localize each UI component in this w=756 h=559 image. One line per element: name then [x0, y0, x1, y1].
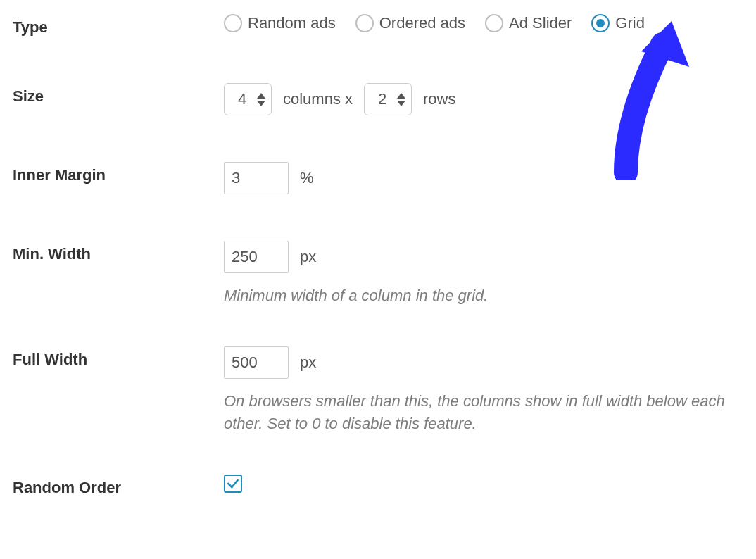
radio-label: Ad Slider — [509, 14, 572, 32]
radio-label: Ordered ads — [379, 14, 465, 32]
size-row: Size 4 columns x 2 rows — [13, 83, 743, 115]
type-row: Type Random ads Ordered ads Ad Slider Gr… — [13, 14, 743, 37]
inner-margin-unit: % — [300, 169, 314, 187]
type-radio-ad-slider[interactable]: Ad Slider — [485, 14, 572, 32]
columns-stepper[interactable]: 4 — [224, 83, 272, 115]
stepper-arrows-icon — [257, 93, 265, 106]
inner-margin-row: Inner Margin % — [13, 162, 743, 194]
stepper-arrows-icon — [397, 93, 405, 106]
full-width-input[interactable] — [224, 346, 289, 379]
rows-value: 2 — [373, 90, 391, 108]
min-width-unit: px — [300, 248, 316, 266]
min-width-row: Min. Width px Minimum width of a column … — [13, 241, 743, 307]
size-label: Size — [13, 83, 224, 106]
type-radio-ordered-ads[interactable]: Ordered ads — [355, 14, 465, 32]
radio-icon — [485, 14, 503, 32]
random-order-checkbox[interactable] — [224, 475, 242, 493]
type-radio-random-ads[interactable]: Random ads — [224, 14, 336, 32]
inner-margin-input[interactable] — [224, 162, 289, 194]
min-width-label: Min. Width — [13, 241, 224, 263]
radio-icon — [591, 14, 610, 32]
type-label: Type — [13, 14, 224, 37]
inner-margin-label: Inner Margin — [13, 162, 224, 184]
radio-icon — [355, 14, 374, 32]
random-order-label: Random Order — [13, 475, 224, 497]
full-width-label: Full Width — [13, 346, 224, 369]
radio-label: Grid — [615, 14, 645, 32]
size-rows-text: rows — [419, 90, 460, 108]
radio-icon — [224, 14, 242, 32]
check-icon — [226, 477, 240, 491]
radio-label: Random ads — [248, 14, 336, 32]
rows-stepper[interactable]: 2 — [364, 83, 412, 115]
random-order-row: Random Order — [13, 475, 743, 497]
min-width-description: Minimum width of a column in the grid. — [224, 284, 731, 307]
size-columns-x-text: columns x — [279, 90, 357, 108]
min-width-input[interactable] — [224, 241, 289, 273]
columns-value: 4 — [233, 90, 251, 108]
full-width-row: Full Width px On browsers smaller than t… — [13, 346, 743, 435]
full-width-description: On browsers smaller than this, the colum… — [224, 390, 731, 435]
full-width-unit: px — [300, 353, 316, 372]
type-radio-grid[interactable]: Grid — [591, 14, 645, 32]
